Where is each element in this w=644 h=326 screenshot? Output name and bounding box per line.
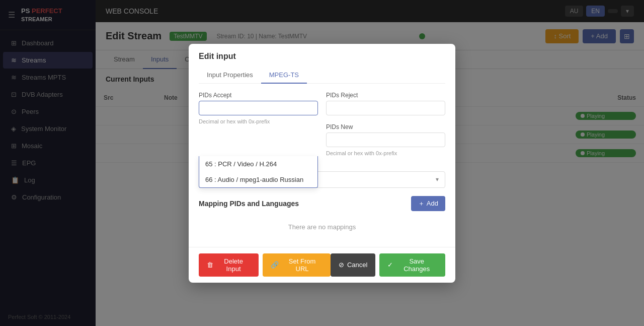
pids-reject-hint: Decimal or hex with 0x-prefix <box>326 150 445 156</box>
mapping-section-title: Mapping PIDs and Languages ＋ Add <box>199 196 445 211</box>
save-icon: ✓ <box>387 261 393 269</box>
mapping-add-button[interactable]: ＋ Add <box>411 196 445 211</box>
edit-input-modal: Edit input Input Properties MPEG-TS PIDs… <box>189 44 455 283</box>
tab-input-properties[interactable]: Input Properties <box>199 67 261 84</box>
modal-body: PIDs Accept 65 : PCR / Video / H.264 66 … <box>189 84 455 247</box>
pids-reject-input[interactable] <box>326 101 445 115</box>
cancel-button[interactable]: ⊘ Cancel <box>331 253 375 277</box>
link-icon: 🔗 <box>271 261 279 269</box>
pids-reject-label: PIDs Reject <box>326 92 445 99</box>
mapping-section: Mapping PIDs and Languages ＋ Add There a… <box>199 196 445 239</box>
chevron-down-icon: ▾ <box>436 176 439 183</box>
save-changes-button[interactable]: ✓ Save Changes <box>379 253 445 277</box>
modal-header: Edit input Input Properties MPEG-TS <box>189 44 455 84</box>
pids-new-label: PIDs New <box>326 123 445 131</box>
set-from-url-button[interactable]: 🔗 Set From URL <box>263 253 331 277</box>
modal-overlay: Edit input Input Properties MPEG-TS PIDs… <box>0 0 644 326</box>
footer-left: 🗑 Delete Input 🔗 Set From URL <box>199 253 331 277</box>
trash-icon: 🗑 <box>207 261 213 269</box>
pids-accept-dropdown: 65 : PCR / Video / H.264 66 : Audio / mp… <box>199 156 318 188</box>
dropdown-item-66[interactable]: 66 : Audio / mpeg1-audio Russian <box>199 172 317 187</box>
pids-accept-hint: Decimal or hex with 0x-prefix <box>199 118 318 124</box>
dropdown-item-65[interactable]: 65 : PCR / Video / H.264 <box>199 156 317 172</box>
modal-tabs: Input Properties MPEG-TS <box>199 67 445 84</box>
tab-mpeg-ts[interactable]: MPEG-TS <box>261 67 307 84</box>
pids-accept-input[interactable] <box>199 101 318 115</box>
footer-right: ⊘ Cancel ✓ Save Changes <box>331 253 445 277</box>
pids-new-input[interactable] <box>326 133 445 147</box>
no-mappings-text: There are no mappings <box>199 215 445 239</box>
cancel-icon: ⊘ <box>339 261 344 269</box>
modal-title: Edit input <box>199 52 445 61</box>
pids-accept-group: PIDs Accept 65 : PCR / Video / H.264 66 … <box>199 92 318 156</box>
delete-input-button[interactable]: 🗑 Delete Input <box>199 253 259 277</box>
modal-footer: 🗑 Delete Input 🔗 Set From URL ⊘ Cancel ✓… <box>189 247 455 283</box>
pids-row: PIDs Accept 65 : PCR / Video / H.264 66 … <box>199 92 445 156</box>
pids-reject-group: PIDs Reject PIDs New Decimal or hex with… <box>326 92 445 156</box>
pids-accept-label: PIDs Accept <box>199 92 318 99</box>
plus-icon: ＋ <box>418 199 425 208</box>
